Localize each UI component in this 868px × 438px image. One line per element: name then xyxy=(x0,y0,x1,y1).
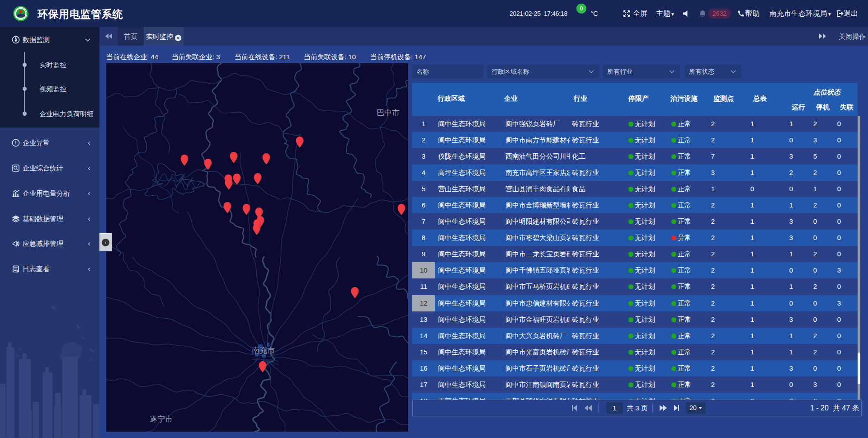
svg-text:南充市: 南充市 xyxy=(252,346,275,355)
svg-text:巴中市: 巴中市 xyxy=(377,108,400,117)
svg-text:遂宁市: 遂宁市 xyxy=(150,415,173,424)
